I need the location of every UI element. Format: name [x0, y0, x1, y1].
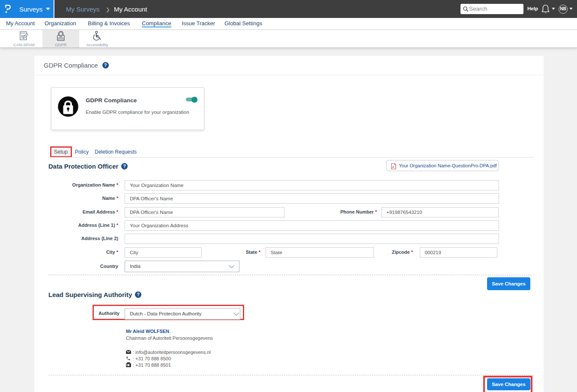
svg-text:A: A	[392, 165, 394, 168]
